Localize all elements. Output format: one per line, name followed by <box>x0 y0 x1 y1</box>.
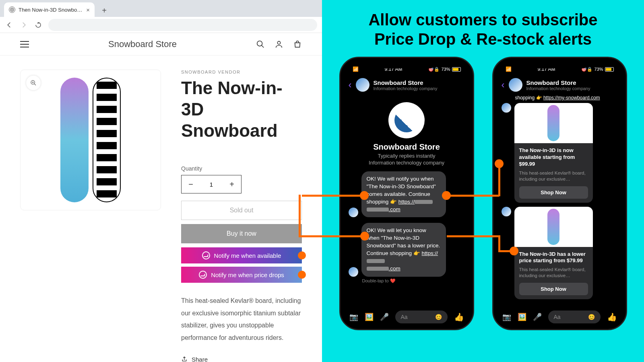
account-icon[interactable] <box>275 40 283 49</box>
message-input[interactable]: Aa😊 <box>548 311 601 323</box>
new-tab-button[interactable]: + <box>98 4 111 17</box>
quantity-stepper: − 1 + <box>181 175 242 193</box>
mic-icon[interactable]: 🎤 <box>380 313 389 321</box>
product-title: The Now-in-3D Snowboard <box>181 78 302 141</box>
browser-tab[interactable]: Then Now-in-3D Snowboard – × <box>4 2 95 17</box>
close-icon[interactable]: × <box>86 6 90 13</box>
browser-tabs: Then Now-in-3D Snowboard – × + <box>0 0 322 17</box>
phone-mockup-2: 📶9:17 AM 🎯🔒73% ‹ Snowboard Store Informa… <box>492 57 627 330</box>
quantity-label: Quantity <box>181 165 302 172</box>
browser-toolbar <box>0 17 322 33</box>
chat-input-bar: 📷 🖼️ 🎤 Aa😊 👍 <box>497 308 623 326</box>
like-icon[interactable]: 👍 <box>607 312 617 322</box>
profile-avatar <box>388 102 425 138</box>
chat-header: ‹ Snowboard Store Information technology… <box>344 75 470 95</box>
promo-panel: Allow customers to subscribePrice Drop &… <box>322 0 644 362</box>
reload-button[interactable] <box>34 21 43 29</box>
vendor-label: SNOWBOARD VENDOR <box>181 70 302 74</box>
store-name: Snowboard Store <box>108 39 177 49</box>
product-card[interactable]: The Now-in-3D is now available starting … <box>514 103 593 203</box>
notify-label: Notify me when available <box>214 252 281 259</box>
messenger-icon <box>199 271 207 279</box>
shop-now-button[interactable]: Shop Now <box>519 186 588 199</box>
notify-available-button[interactable]: Notify me when available <box>181 247 302 263</box>
page-content: Snowboard Store SNOWBOARD VENDOR The Now… <box>0 33 322 362</box>
tab-title: Then Now-in-3D Snowboard – <box>19 7 83 13</box>
message-input[interactable]: Aa😊 <box>395 311 448 323</box>
zoom-icon[interactable] <box>26 76 41 90</box>
chat-message: OK! We will let you know when "The Now-i… <box>349 223 465 276</box>
back-icon[interactable]: ‹ <box>502 79 505 90</box>
product-image <box>20 70 161 210</box>
promo-headline: Allow customers to subscribePrice Drop &… <box>334 10 632 49</box>
status-bar: 📶9:17 AM 🎯🔒73% <box>344 64 470 75</box>
qty-plus[interactable]: + <box>223 175 241 193</box>
product-description: This heat-sealed Kevlar® board, includin… <box>181 295 302 344</box>
mic-icon[interactable]: 🎤 <box>533 313 542 321</box>
gallery-icon[interactable]: 🖼️ <box>365 313 374 321</box>
shop-now-button[interactable]: Shop Now <box>519 283 588 295</box>
camera-icon[interactable]: 📷 <box>502 313 511 321</box>
like-icon[interactable]: 👍 <box>454 312 464 322</box>
back-icon[interactable]: ‹ <box>349 79 352 90</box>
product-info: SNOWBOARD VENDOR The Now-in-3D Snowboard… <box>181 70 302 362</box>
sold-out-button: Sold out <box>181 201 302 220</box>
qty-value: 1 <box>200 181 223 188</box>
browser-window: Then Now-in-3D Snowboard – × + Snowboard… <box>0 0 322 362</box>
product-section: SNOWBOARD VENDOR The Now-in-3D Snowboard… <box>0 56 322 362</box>
chat-input-bar: 📷 🖼️ 🎤 Aa😊 👍 <box>344 308 470 326</box>
buy-now-button[interactable]: Buy it now <box>181 224 302 243</box>
camera-icon[interactable]: 📷 <box>349 313 358 321</box>
avatar <box>356 78 369 92</box>
chat-header: ‹ Snowboard Store Information technology… <box>497 75 623 95</box>
avatar <box>509 78 522 92</box>
menu-button[interactable] <box>20 41 29 47</box>
messenger-icon <box>202 251 210 259</box>
qty-minus[interactable]: − <box>182 175 200 193</box>
svg-point-0 <box>257 41 262 46</box>
product-card[interactable]: The Now-in-3D has a lower price starting… <box>514 207 593 300</box>
svg-point-1 <box>277 41 280 44</box>
notify-label: Notify me when price drops <box>211 272 284 278</box>
gallery-icon[interactable]: 🖼️ <box>518 313 526 321</box>
forward-button[interactable] <box>19 21 28 29</box>
share-button[interactable]: Share <box>181 356 302 362</box>
url-bar[interactable] <box>48 19 317 31</box>
globe-icon <box>9 6 15 13</box>
cart-icon[interactable] <box>293 40 302 49</box>
search-icon[interactable] <box>256 40 265 49</box>
back-button[interactable] <box>5 21 14 29</box>
store-header: Snowboard Store <box>0 33 322 56</box>
notify-price-button[interactable]: Notify me when price drops <box>181 267 302 283</box>
phone-mockup-1: 📶9:17 AM 🎯🔒73% ‹ Snowboard Store Informa… <box>339 57 474 330</box>
status-bar: 📶9:17 AM 🎯🔒73% <box>497 64 623 75</box>
